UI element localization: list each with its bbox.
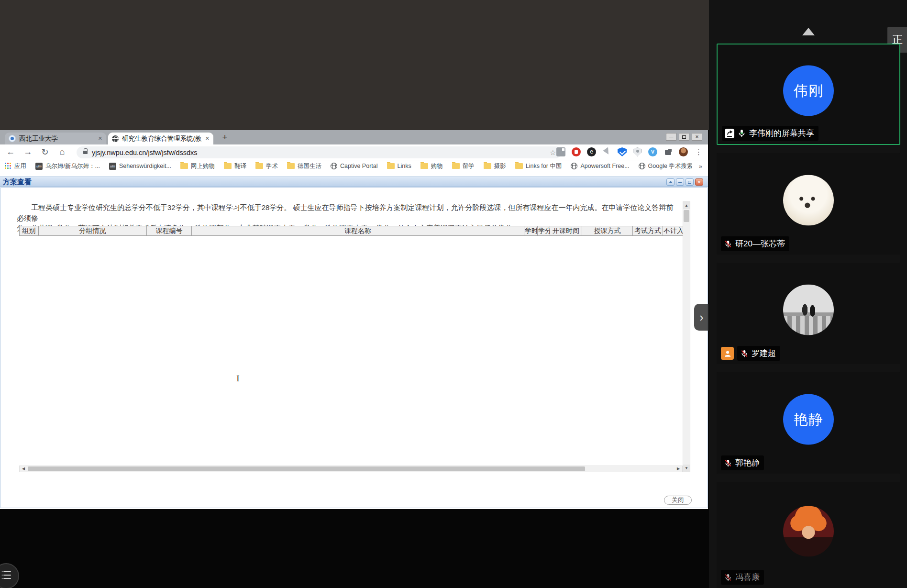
- nwpu-favicon-icon: [9, 135, 16, 142]
- bookmark-item[interactable]: Apowersoft Free...: [571, 163, 629, 169]
- mic-muted-icon: [724, 573, 732, 582]
- participant-tile-liweigang[interactable]: 伟刚 李伟刚的屏幕共享: [717, 44, 900, 145]
- avatar: 艳静: [783, 394, 834, 445]
- bookmark-label: 留学: [463, 162, 475, 170]
- folder-icon: [484, 163, 491, 169]
- avatar-anime-photo: [783, 506, 834, 557]
- column-header: 不计入: [663, 226, 683, 236]
- vertical-scroll-thumb[interactable]: [684, 210, 689, 222]
- participant-tile-fengxikang[interactable]: 冯喜康: [717, 482, 900, 588]
- v-circle-icon[interactable]: [648, 147, 657, 156]
- scroll-down-icon[interactable]: ▼: [683, 465, 690, 472]
- list-icon: [4, 571, 11, 581]
- dialog-restore-button[interactable]: [686, 178, 694, 186]
- participant-label: 罗建超: [737, 346, 780, 361]
- ulm-icon: [35, 163, 43, 170]
- participant-name: 研20—张芯蒂: [735, 238, 785, 249]
- restore-button[interactable]: [679, 133, 689, 141]
- scroll-left-icon[interactable]: ◀: [20, 466, 27, 472]
- browser-toolbar: ← → ↻ ⌂ yjsjy.nwpu.edu.cn/jsfw/jsfw/dssd…: [0, 144, 708, 160]
- bookmarks-overflow-icon[interactable]: »: [699, 163, 702, 170]
- back-arrow-icon[interactable]: ←: [5, 147, 16, 157]
- participant-tile-luojianchao[interactable]: 罗建超: [717, 263, 900, 364]
- dialog-collapse-button[interactable]: [666, 178, 675, 186]
- home-icon[interactable]: ⌂: [56, 147, 68, 157]
- scroll-right-icon[interactable]: ▶: [675, 466, 682, 472]
- bookmark-label: 德国生活: [298, 162, 321, 170]
- participant-label: 冯喜康: [721, 570, 764, 585]
- screen-share-icon: [725, 129, 734, 138]
- globe-favicon-icon: [112, 135, 119, 142]
- page-content: 方案查看 ✕ 工程类硕士专业学位研究生的总学分不低于32学分，其中课程学习不低于…: [0, 172, 708, 509]
- bookmarks-bar: 应用乌尔姆/新乌尔姆：...Sehenswürdigkeit...网上购物翻译学…: [0, 160, 708, 172]
- forward-arrow-icon[interactable]: →: [22, 147, 33, 157]
- bookmark-item[interactable]: Sehenswürdigkeit...: [109, 163, 171, 170]
- text-cursor: I: [236, 374, 240, 383]
- reader-icon[interactable]: [556, 147, 565, 156]
- bookmark-item[interactable]: 乌尔姆/新乌尔姆：...: [35, 162, 100, 170]
- participant-tile-zhangxinlei[interactable]: 研20—张芯蒂: [717, 153, 900, 255]
- bookmark-label: 应用: [14, 162, 26, 170]
- column-header: 组别: [20, 226, 39, 236]
- scroll-up-icon[interactable]: ▲: [683, 202, 690, 209]
- bookmark-label: 翻译: [234, 162, 246, 170]
- close-button[interactable]: ✕: [692, 133, 702, 141]
- bookmark-item[interactable]: 网上购物: [180, 162, 215, 170]
- extension-icons-row: [556, 147, 703, 156]
- profile-avatar-icon[interactable]: [679, 147, 688, 156]
- new-tab-button[interactable]: +: [219, 132, 231, 143]
- horizontal-scrollbar[interactable]: ◀ ▶: [19, 466, 683, 472]
- column-header: 学分: [538, 226, 550, 236]
- bookmark-item[interactable]: Google 学术搜索: [639, 162, 692, 170]
- vertical-scrollbar[interactable]: ▲ ▼: [683, 201, 690, 472]
- bookmark-label: Captive Portal: [340, 163, 378, 169]
- horizontal-scroll-thumb[interactable]: [28, 466, 585, 471]
- column-header: 课程编号: [147, 226, 192, 236]
- close-dialog-button[interactable]: 关闭: [664, 496, 692, 505]
- apps-icon: [5, 163, 11, 169]
- globe-icon: [571, 163, 577, 169]
- table-header-row: 组别分组情况课程编号课程名称学时学分开课时间授课方式考试方式不计入: [20, 226, 683, 236]
- participants-sidebar: 正 伟刚 李伟刚的: [709, 0, 907, 588]
- ulm-icon: [109, 163, 116, 170]
- globe-icon: [639, 163, 645, 169]
- tab-graduate-system[interactable]: 研究生教育综合管理系统(教师服 ✕: [108, 133, 213, 144]
- panel-expand-handle[interactable]: ›: [694, 304, 709, 331]
- bookmark-item[interactable]: 摄影: [484, 162, 506, 170]
- avatar-couple-photo: [783, 285, 834, 335]
- column-header: 分组情况: [39, 226, 147, 236]
- dialog-title: 方案查看: [0, 177, 708, 187]
- menu-dots-icon[interactable]: [694, 147, 703, 156]
- minimize-button[interactable]: —: [666, 133, 676, 141]
- tab-nwpu-home[interactable]: 西北工业大学 ✕: [5, 133, 106, 144]
- bookmark-item[interactable]: Links: [387, 163, 411, 169]
- globe-icon: [331, 163, 337, 169]
- reload-icon[interactable]: ↻: [39, 147, 51, 157]
- bookmark-star-icon[interactable]: ☆: [550, 149, 556, 156]
- adblock-hand-icon[interactable]: [572, 147, 581, 156]
- bookmark-item[interactable]: 德国生活: [287, 162, 321, 170]
- bookmark-item[interactable]: 学术: [255, 162, 278, 170]
- bookmark-item[interactable]: 购物: [420, 162, 443, 170]
- folder-icon: [180, 163, 188, 169]
- bookmark-item[interactable]: 应用: [5, 162, 26, 170]
- bookmark-item[interactable]: 翻译: [224, 162, 246, 170]
- cursor-icon[interactable]: [602, 147, 611, 156]
- tab-close-icon[interactable]: ✕: [205, 135, 210, 142]
- puzzle-icon[interactable]: [664, 147, 673, 156]
- shield-blue-icon[interactable]: [618, 147, 627, 156]
- dialog-minimize-button[interactable]: [676, 178, 684, 186]
- collapse-arrow-icon[interactable]: [802, 28, 815, 35]
- bookmark-item[interactable]: Captive Portal: [331, 163, 378, 169]
- column-header: 授课方式: [582, 226, 633, 236]
- dialog-close-button[interactable]: ✕: [695, 178, 703, 186]
- address-bar[interactable]: yjsjy.nwpu.edu.cn/jsfw/jsfw/dssdxs ☆: [77, 146, 562, 158]
- tab-close-icon[interactable]: ✕: [98, 135, 102, 142]
- participant-tile-guoyanjing[interactable]: 艳静 郭艳静: [717, 372, 900, 474]
- bookmark-item[interactable]: 留学: [452, 162, 475, 170]
- e-browser-icon[interactable]: [587, 147, 596, 156]
- bookmark-label: 网上购物: [191, 162, 215, 170]
- shield-gray-icon[interactable]: [633, 147, 642, 156]
- bookmark-item[interactable]: Links for 中国: [515, 162, 562, 170]
- bookmark-label: 购物: [431, 162, 443, 170]
